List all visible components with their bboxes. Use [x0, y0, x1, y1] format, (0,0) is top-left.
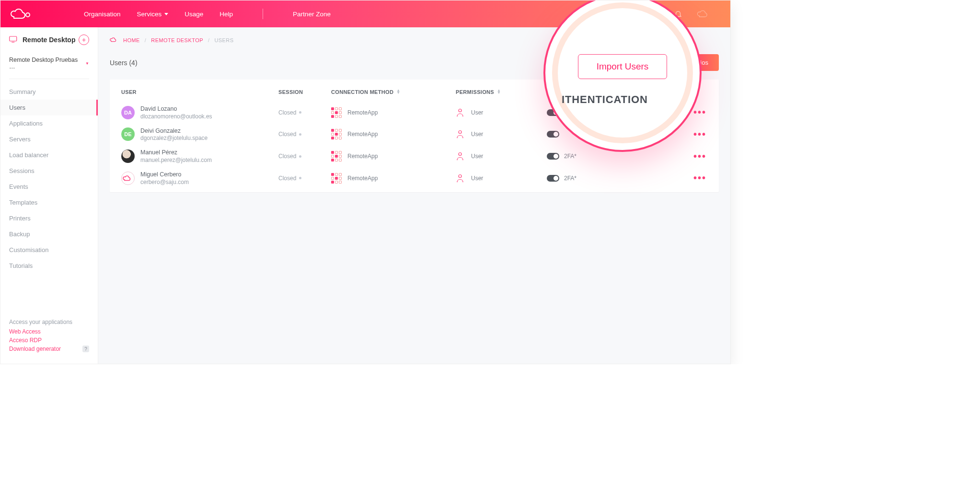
svg-point-4: [459, 153, 461, 156]
session-status: Closed: [278, 153, 296, 160]
chevron-down-icon: ▼: [85, 61, 89, 66]
cloud-icon: [110, 37, 118, 44]
cell-authentication: 2FA*: [547, 175, 652, 182]
2fa-toggle[interactable]: [547, 131, 559, 138]
status-dot-icon: [299, 155, 301, 158]
connection-label: RemoteApp: [347, 109, 378, 116]
cell-session: Closed: [278, 175, 331, 182]
sidebar-item-load-balancer[interactable]: Load balancer: [0, 147, 98, 163]
help-icon[interactable]: ?: [82, 346, 89, 352]
body: Remote Desktop + Remote Desktop Pruebas …: [0, 27, 730, 364]
footer-link-acceso-rdp[interactable]: Acceso RDP: [9, 336, 89, 345]
user-name: David Lozano: [140, 105, 212, 113]
app-window: Organisation Services Usage Help Partner…: [0, 0, 731, 364]
import-users-button[interactable]: Import Users: [578, 54, 668, 79]
project-selector[interactable]: Remote Desktop Pruebas … ▼: [0, 49, 98, 77]
cell-user: DEDeivi Gonzalezdgonzalez@jotelulu.space: [120, 127, 278, 142]
cell-connection: RemoteApp: [331, 129, 456, 139]
main-panel: HOME / REMOTE DESKTOP / USERS Users (4) …: [98, 27, 730, 364]
avatar: DE: [121, 127, 135, 141]
cell-user: Manuel Pérezmanuel.perez@jotelulu.com: [120, 149, 278, 163]
sidebar-item-summary[interactable]: Summary: [0, 84, 98, 100]
sort-icon: ▲▼: [497, 90, 501, 94]
cell-session: Closed: [278, 153, 331, 160]
account-avatar-icon[interactable]: [697, 9, 711, 19]
nav-services-label: Services: [137, 11, 162, 18]
zoom-callout: Import Users ITHENTICATION: [543, 0, 702, 152]
cell-session: Closed: [278, 131, 331, 138]
cell-connection: RemoteApp: [331, 107, 456, 118]
sidebar-item-servers[interactable]: Servers: [0, 131, 98, 147]
remoteapp-icon: [331, 129, 342, 139]
avatar: DA: [121, 106, 135, 119]
breadcrumb-home[interactable]: HOME: [123, 37, 140, 43]
remoteapp-icon: [331, 107, 342, 118]
permission-label: User: [471, 109, 483, 116]
cell-permissions: User: [456, 108, 547, 117]
cell-user: Miguel Cerberocerbero@saju.com: [120, 171, 278, 185]
user-email: manuel.perez@jotelulu.com: [140, 157, 212, 163]
callout-authentication-header: ITHENTICATION: [562, 93, 700, 106]
sidebar-item-users[interactable]: Users: [0, 100, 98, 115]
sidebar: Remote Desktop + Remote Desktop Pruebas …: [0, 27, 98, 364]
sidebar-item-events[interactable]: Events: [0, 179, 98, 195]
col-connection[interactable]: CONNECTION METHOD ▲▼: [331, 89, 456, 95]
sidebar-item-customisation[interactable]: Customisation: [0, 242, 98, 258]
sidebar-item-printers[interactable]: Printers: [0, 210, 98, 226]
session-status: Closed: [278, 175, 296, 182]
sidebar-item-sessions[interactable]: Sessions: [0, 163, 98, 179]
row-actions-button[interactable]: •••: [683, 151, 708, 162]
breadcrumb-sep: /: [208, 37, 210, 43]
col-user[interactable]: USER: [120, 89, 278, 95]
table-row[interactable]: Miguel Cerberocerbero@saju.comClosedRemo…: [118, 167, 710, 189]
col-permissions[interactable]: PERMISSIONS ▲▼: [456, 89, 547, 95]
svg-point-3: [459, 131, 461, 134]
breadcrumb-remote-desktop[interactable]: REMOTE DESKTOP: [151, 37, 203, 43]
cell-permissions: User: [456, 151, 547, 161]
nav-partner-zone[interactable]: Partner Zone: [293, 11, 331, 18]
nav-help[interactable]: Help: [219, 11, 233, 18]
remote-desktop-icon: [9, 36, 18, 44]
cell-connection: RemoteApp: [331, 151, 456, 161]
nav-usage[interactable]: Usage: [184, 11, 203, 18]
cell-connection: RemoteApp: [331, 173, 456, 184]
status-dot-icon: [299, 133, 301, 136]
sidebar-item-templates[interactable]: Templates: [0, 195, 98, 210]
cell-permissions: User: [456, 173, 547, 183]
user-email: dgonzalez@jotelulu.space: [140, 135, 208, 141]
cell-user: DADavid Lozanodlozanomoreno@outlook.es: [120, 105, 278, 120]
sidebar-title: Remote Desktop: [9, 36, 75, 44]
auth-label: 2FA*: [564, 153, 576, 160]
auth-label: 2FA*: [564, 175, 576, 182]
svg-point-5: [459, 174, 461, 177]
svg-point-0: [26, 13, 30, 17]
cell-session: Closed: [278, 109, 331, 116]
sort-icon: ▲▼: [396, 90, 400, 94]
chevron-down-icon: [164, 13, 168, 15]
svg-rect-1: [10, 36, 17, 41]
row-actions-button[interactable]: •••: [683, 173, 708, 184]
nav-right: [674, 9, 721, 19]
user-name: Manuel Pérez: [140, 149, 212, 157]
session-status: Closed: [278, 109, 296, 116]
col-session[interactable]: SESSION: [278, 89, 331, 95]
brand-logo[interactable]: [10, 8, 31, 20]
nav-organisation[interactable]: Organisation: [84, 11, 121, 18]
2fa-toggle[interactable]: [547, 175, 559, 182]
sidebar-title-label: Remote Desktop: [23, 36, 75, 44]
remoteapp-icon: [331, 173, 342, 184]
sidebar-item-backup[interactable]: Backup: [0, 226, 98, 242]
nav-separator: [263, 9, 263, 19]
nav-services[interactable]: Services: [137, 11, 169, 18]
user-icon: [456, 151, 464, 161]
sidebar-item-tutorials[interactable]: Tutorials: [0, 258, 98, 274]
footer-link-web-access[interactable]: Web Access: [9, 327, 89, 336]
connection-label: RemoteApp: [347, 175, 378, 182]
sidebar-item-applications[interactable]: Applications: [0, 115, 98, 131]
user-name: Miguel Cerbero: [140, 171, 189, 179]
add-button[interactable]: +: [79, 35, 89, 45]
2fa-toggle[interactable]: [547, 153, 559, 160]
user-icon: [456, 173, 464, 183]
row-actions-button[interactable]: •••: [683, 129, 708, 140]
footer-link-download-generator[interactable]: Download generator: [9, 345, 61, 353]
